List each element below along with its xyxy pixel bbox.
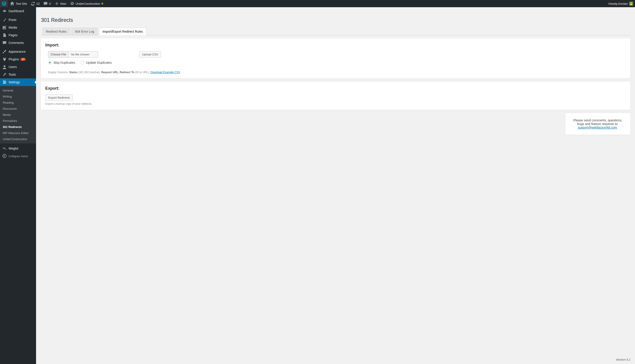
brush-icon — [2, 49, 7, 54]
import-heading: Import: — [45, 43, 626, 48]
radio-skip-duplicates[interactable]: Skip Duplicates — [48, 61, 75, 64]
submenu-reading[interactable]: Reading — [0, 100, 36, 106]
updates-count: 22 — [37, 2, 40, 6]
export-heading: Export: — [45, 86, 626, 91]
wp-logo-menu[interactable] — [0, 0, 8, 7]
menu-comments[interactable]: Comments — [0, 39, 36, 47]
submenu-media[interactable]: Media — [0, 112, 36, 118]
menu-users[interactable]: Users — [0, 63, 36, 71]
gear-icon — [70, 1, 74, 6]
svg-point-5 — [3, 154, 6, 158]
pin-icon — [2, 18, 7, 22]
support-text: Please send comments, questions, bugs an… — [573, 118, 622, 126]
radio-icon — [48, 61, 52, 64]
support-panel: Please send comments, questions, bugs an… — [565, 113, 630, 135]
page-icon — [2, 33, 7, 38]
site-name-label: Test Site — [16, 2, 27, 6]
menu-label: Users — [9, 65, 17, 69]
menu-media[interactable]: Media — [0, 24, 36, 31]
update-icon — [31, 1, 35, 6]
new-content-menu[interactable]: New — [53, 0, 68, 7]
my-account-menu[interactable]: Howdy, Gordan — [606, 0, 635, 7]
plugins-count-badge: 19 — [20, 58, 26, 61]
menu-label: Tools — [9, 73, 16, 76]
collapse-icon — [2, 154, 7, 159]
dashboard-icon — [2, 9, 7, 13]
menu-settings[interactable]: Settings — [0, 78, 36, 86]
admin-menu: Dashboard Posts Media Pages Comments App… — [0, 7, 36, 364]
export-description: Export a backup copy of your redirects. — [45, 102, 626, 106]
radio-label: Skip Duplicates — [54, 61, 75, 64]
no-file-label: No file chosen — [69, 51, 98, 58]
submenu-permalinks[interactable]: Permalinks — [0, 118, 36, 124]
underconstruction-menu[interactable]: UnderConstruction — [68, 0, 105, 7]
import-panel: Import: Choose File No file chosen Uploa… — [41, 38, 630, 78]
admin-toolbar: Test Site 22 0 New UnderConstruction How… — [0, 0, 635, 7]
menu-posts[interactable]: Posts — [0, 16, 36, 24]
home-icon — [10, 1, 15, 6]
comment-icon — [43, 1, 48, 6]
menu-dashboard[interactable]: Dashboard — [0, 7, 36, 15]
menu-label: Posts — [9, 18, 17, 22]
file-input[interactable]: Choose File No file chosen — [48, 51, 98, 58]
page-title: 301 Redirects — [41, 17, 630, 23]
menu-weglot[interactable]: WG Weglot — [0, 144, 36, 152]
import-hint: Supply Columns: Status (301,302,inactive… — [48, 71, 626, 74]
user-icon — [2, 65, 7, 69]
choose-file-button[interactable]: Choose File — [48, 51, 69, 58]
collapse-label: Collapse menu — [9, 154, 28, 158]
sliders-icon — [2, 80, 7, 84]
howdy-prefix: Howdy, — [608, 2, 618, 6]
avatar — [629, 2, 633, 6]
submenu-discussion[interactable]: Discussion — [0, 106, 36, 112]
menu-appearance[interactable]: Appearance — [0, 48, 36, 56]
menu-label: Plugins — [9, 58, 19, 61]
menu-tools[interactable]: Tools — [0, 71, 36, 78]
support-email-link[interactable]: support@webfactoryltd.com — [578, 126, 617, 129]
submenu-htaccess[interactable]: WP Htaccess Editor — [0, 130, 36, 136]
menu-label: Appearance — [9, 50, 26, 54]
export-redirects-button[interactable]: Export Redirects — [45, 94, 73, 101]
submenu-underconstruction[interactable]: UnderConstruction — [0, 136, 36, 142]
menu-plugins[interactable]: Plugins 19 — [0, 56, 36, 63]
wrench-icon — [2, 72, 7, 77]
comments-menu[interactable]: 0 — [42, 0, 53, 7]
menu-label: Dashboard — [9, 9, 24, 13]
radio-label: Update Duplicates — [86, 61, 112, 64]
svg-point-1 — [4, 65, 6, 67]
new-label: New — [60, 2, 66, 6]
menu-label: Comments — [9, 41, 24, 44]
menu-pages[interactable]: Pages — [0, 31, 36, 39]
svg-point-0 — [631, 3, 632, 4]
plus-icon — [55, 1, 59, 6]
weglot-icon: WG — [2, 146, 7, 151]
footer-version: Version 5.1 — [616, 358, 630, 361]
settings-submenu: General Writing Reading Discussion Media… — [0, 86, 36, 144]
tab-import-export[interactable]: Import/Export Redirect Rules — [99, 28, 147, 35]
main-content: 301 Redirects Redirect Rules 404 Error L… — [36, 7, 635, 364]
status-dot-icon — [101, 3, 103, 4]
menu-label: Weglot — [9, 147, 18, 150]
menu-label: Settings — [9, 80, 20, 84]
svg-point-2 — [4, 81, 4, 82]
collapse-menu-button[interactable]: Collapse menu — [0, 152, 36, 160]
submenu-301-redirects[interactable]: 301 Redirects — [0, 124, 36, 130]
radio-update-duplicates[interactable]: Update Duplicates — [81, 61, 112, 64]
tab-404-log[interactable]: 404 Error Log — [72, 28, 98, 35]
radio-icon — [81, 61, 84, 64]
comment-icon — [2, 40, 7, 45]
submenu-writing[interactable]: Writing — [0, 94, 36, 100]
wordpress-icon — [2, 1, 6, 6]
site-name-menu[interactable]: Test Site — [8, 0, 29, 7]
plug-icon — [2, 57, 7, 62]
media-icon — [2, 25, 7, 30]
upload-csv-button[interactable]: Upload CSV — [139, 51, 161, 58]
menu-label: Media — [9, 26, 17, 29]
submenu-general[interactable]: General — [0, 88, 36, 94]
nav-tabs: Redirect Rules 404 Error Log Import/Expo… — [41, 28, 630, 35]
tab-redirect-rules[interactable]: Redirect Rules — [43, 28, 70, 35]
svg-point-3 — [5, 82, 6, 83]
user-name-label: Gordan — [618, 2, 628, 6]
updates-menu[interactable]: 22 — [29, 0, 42, 7]
download-example-link[interactable]: Download Example CSV — [151, 71, 180, 74]
